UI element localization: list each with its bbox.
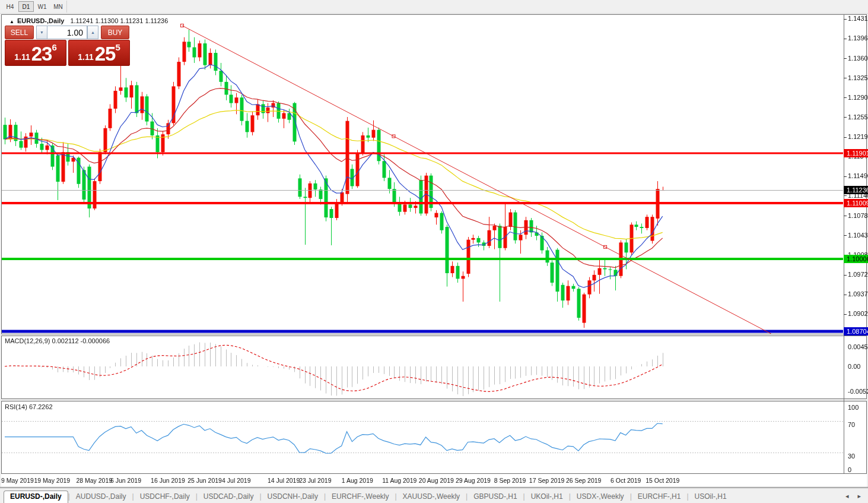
volume-decrease-button[interactable]: ▼: [36, 26, 47, 39]
price-axis-tick: 1.13250: [848, 74, 868, 82]
symbol-period-label: EURUSD-,Daily: [17, 17, 64, 24]
tab-gbpusd-h1[interactable]: GBPUSD-,H1: [468, 491, 523, 502]
rsi-axis-label: 70: [848, 421, 855, 429]
tab-usdx-weekly[interactable]: USDX-,Weekly: [571, 491, 630, 502]
sell-button[interactable]: SELL: [5, 26, 34, 39]
trade-panel-top-row: SELL ▼ ▲ BUY: [5, 26, 129, 39]
sell-price-big: 23: [31, 44, 52, 64]
chart-title: ▲EURUSD-,Daily1.11241 1.11300 1.11231 1.…: [9, 17, 168, 24]
macd-indicator-label: MACD(12,26,9) 0.002112 -0.000066: [5, 337, 110, 344]
sell-price-pip: 6: [52, 43, 56, 52]
rsi-axis-label: 0: [848, 466, 851, 474]
price-axis-tick: 1.10430: [848, 232, 868, 239]
price-axis-tick: 1.09370: [848, 290, 868, 298]
one-click-trading-panel: SELL ▼ ▲ BUY 1.11236 1.11255: [5, 26, 129, 66]
buy-button[interactable]: BUY: [101, 26, 129, 39]
date-axis-label: 8 Sep 2019: [494, 477, 526, 484]
buy-price-box[interactable]: 1.11255: [68, 40, 130, 66]
collapse-triangle-icon[interactable]: ▲: [9, 19, 14, 24]
date-axis-label: 4 Jul 2019: [222, 477, 250, 484]
date-axis-label: 19 May 2019: [34, 477, 70, 484]
price-axis-tick: 1.12190: [848, 133, 868, 141]
price-level-badge: 1.11236: [844, 186, 868, 194]
date-axis-label: 26 Sep 2019: [566, 477, 602, 484]
date-axis-label: 28 May 2019: [76, 477, 112, 484]
rsi-indicator-label: RSI(14) 67.2262: [5, 403, 53, 410]
tab-xauusd-weekly[interactable]: XAUUSD-,Weekly: [397, 491, 466, 502]
toolbar-divider: [66, 1, 67, 12]
price-axis-tick: 1.13960: [848, 34, 868, 42]
date-axis-label: 1 Aug 2019: [342, 477, 373, 484]
date-axis-label: 15 Oct 2019: [646, 477, 679, 484]
price-axis-tick: 1.12550: [848, 113, 868, 121]
tab-usdcnh-daily[interactable]: USDCNH-,Daily: [262, 491, 324, 502]
tab-usdchf-daily[interactable]: USDCHF-,Daily: [134, 491, 196, 502]
price-axis-tick: 1.09720: [848, 271, 868, 279]
buy-price-prefix: 1.11: [78, 50, 93, 64]
symbol-tab-bar: EURUSD-,Daily|AUDUSD-,Daily|USDCHF-,Dail…: [0, 488, 868, 503]
tab-usdcad-daily[interactable]: USDCAD-,Daily: [198, 491, 260, 502]
tab-eurusd-daily[interactable]: EURUSD-,Daily: [4, 491, 68, 503]
price-chart-canvas[interactable]: [0, 0, 868, 503]
date-axis-label: 6 Oct 2019: [611, 477, 641, 484]
price-level-badge: 1.10006: [844, 255, 868, 263]
volume-increase-button[interactable]: ▲: [87, 26, 98, 39]
timeframe-button-d1[interactable]: D1: [18, 1, 34, 12]
rsi-axis-label: 100: [848, 404, 859, 412]
macd-axis-label: 0.004536: [848, 343, 868, 351]
price-axis-tick: 1.10780: [848, 212, 868, 220]
trade-panel-quotes: 1.11236 1.11255: [5, 40, 129, 66]
sell-price-prefix: 1.11: [14, 50, 30, 64]
date-axis-label: 11 Aug 2019: [382, 477, 416, 484]
tab-audusd-daily[interactable]: AUDUSD-,Daily: [70, 491, 132, 502]
tab-eurchf-weekly[interactable]: EURCHF-,Weekly: [326, 491, 395, 502]
date-axis-label: 17 Sep 2019: [529, 477, 565, 484]
macd-axis-label: 0.00: [848, 363, 860, 371]
rsi-axis-label: 30: [848, 453, 855, 460]
ohlc-values: 1.11241 1.11300 1.11231 1.11236: [70, 17, 168, 24]
price-level-badge: 1.11009: [844, 199, 868, 207]
tab-scroll-arrows[interactable]: ◂ ▸: [845, 492, 864, 500]
price-axis-tick: 1.11490: [848, 172, 868, 180]
price-axis-tick: 1.13600: [848, 55, 868, 62]
date-axis-label: 16 Jun 2019: [151, 477, 185, 484]
tabs-host: EURUSD-,Daily|AUDUSD-,Daily|USDCHF-,Dail…: [4, 489, 733, 503]
date-axis-label: 23 Jul 2019: [299, 477, 331, 484]
date-axis-label: 9 May 2019: [1, 477, 34, 484]
date-axis-label: 6 Jun 2019: [110, 477, 141, 484]
date-axis-label: 29 Aug 2019: [456, 477, 491, 484]
tab-ukoil-h1[interactable]: UKOil-,H1: [525, 491, 569, 502]
price-axis-tick: 1.12900: [848, 94, 868, 102]
timeframe-button-w1[interactable]: W1: [34, 1, 50, 12]
price-axis-tick: 1.14310: [848, 15, 868, 23]
volume-input[interactable]: [47, 26, 87, 39]
price-level-badge: 1.11901: [844, 149, 868, 157]
buy-price-pip: 5: [115, 43, 120, 52]
tab-eurchf-h1[interactable]: EURCHF-,H1: [632, 491, 687, 502]
date-axis-label: 25 Jun 2019: [187, 477, 222, 484]
timeframe-toolbar: H4D1W1MN: [0, 0, 868, 14]
tab-usoil-h1[interactable]: USOil-,H1: [689, 491, 733, 502]
date-axis-label: 14 Jul 2019: [268, 477, 300, 484]
buy-price-big: 25: [95, 44, 116, 64]
sell-price-box[interactable]: 1.11236: [5, 40, 66, 66]
timeframe-button-mn[interactable]: MN: [50, 1, 66, 12]
price-axis-tick: 1.09020: [848, 310, 868, 318]
timeframe-button-h4[interactable]: H4: [2, 1, 18, 12]
price-level-badge: 1.08704: [844, 327, 868, 336]
macd-axis-label: -0.005205: [848, 388, 868, 396]
trading-terminal: H4D1W1MN ▲EURUSD-,Daily1.11241 1.11300 1…: [0, 0, 868, 503]
date-axis-label: 20 Aug 2019: [419, 477, 454, 484]
